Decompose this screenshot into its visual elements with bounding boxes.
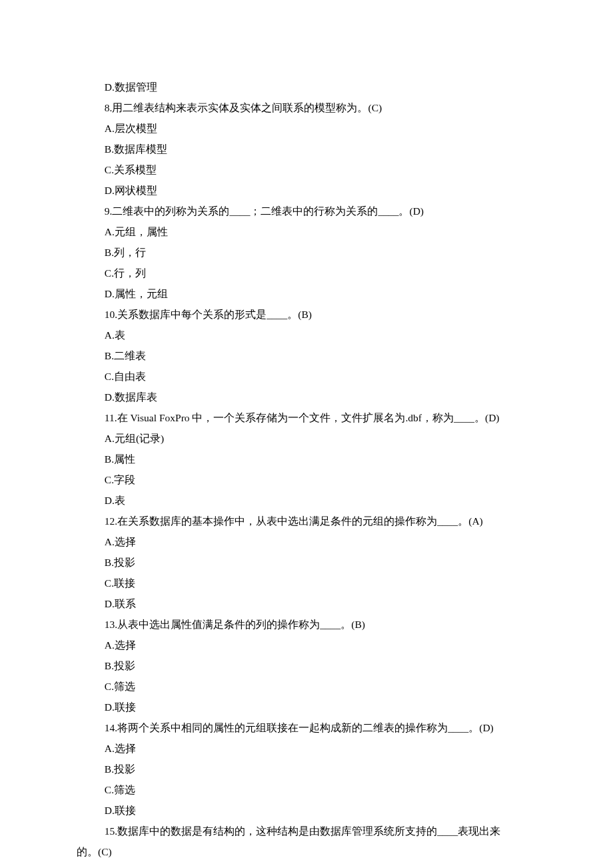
text-line: B.列，行 bbox=[77, 242, 536, 263]
text-line: C.联接 bbox=[77, 573, 536, 593]
text-line: D.数据管理 bbox=[77, 77, 536, 97]
text-line: A.表 bbox=[77, 325, 536, 345]
text-line: A.选择 bbox=[77, 738, 536, 759]
text-line: 11.在 Visual FoxPro 中，一个关系存储为一个文件，文件扩展名为.… bbox=[77, 407, 536, 428]
text-line: A.选择 bbox=[77, 635, 536, 655]
text-line: 9.二维表中的列称为关系的____；二维表中的行称为关系的____。(D) bbox=[77, 201, 536, 221]
text-line: 8.用二维表结构来表示实体及实体之间联系的模型称为。(C) bbox=[77, 97, 536, 118]
text-line: D.联接 bbox=[77, 800, 536, 821]
text-line: C.关系模型 bbox=[77, 159, 536, 180]
text-line: D.联接 bbox=[77, 697, 536, 717]
text-line: B.投影 bbox=[77, 655, 536, 676]
text-line: B.投影 bbox=[77, 552, 536, 573]
text-line: A.层次模型 bbox=[77, 118, 536, 139]
text-line: D.属性，元组 bbox=[77, 283, 536, 304]
text-line: B.数据库模型 bbox=[77, 139, 536, 159]
text-line: 13.从表中选出属性值满足条件的列的操作称为____。(B) bbox=[77, 614, 536, 635]
text-line: A.元组(记录) bbox=[77, 428, 536, 449]
text-line: 14.将两个关系中相同的属性的元组联接在一起构成新的二维表的操作称为____。(… bbox=[77, 717, 536, 738]
text-line: B.投影 bbox=[77, 759, 536, 779]
text-line: A.元组，属性 bbox=[77, 221, 536, 242]
text-line: B.属性 bbox=[77, 449, 536, 469]
text-line: B.二维表 bbox=[77, 345, 536, 366]
text-line: 的。(C) bbox=[77, 841, 536, 862]
text-line: C.自由表 bbox=[77, 366, 536, 387]
document-content: D.数据管理8.用二维表结构来表示实体及实体之间联系的模型称为。(C)A.层次模… bbox=[77, 77, 536, 862]
text-line: C.筛选 bbox=[77, 676, 536, 697]
text-line: 10.关系数据库中每个关系的形式是____。(B) bbox=[77, 304, 536, 325]
text-line: C.行，列 bbox=[77, 263, 536, 283]
text-line: D.表 bbox=[77, 490, 536, 511]
text-line: C.字段 bbox=[77, 469, 536, 490]
text-line: 12.在关系数据库的基本操作中，从表中选出满足条件的元组的操作称为____。(A… bbox=[77, 511, 536, 531]
text-line: D.数据库表 bbox=[77, 387, 536, 407]
text-line: 15.数据库中的数据是有结构的，这种结构是由数据库管理系统所支持的____表现出… bbox=[77, 821, 536, 841]
text-line: D.联系 bbox=[77, 593, 536, 614]
text-line: A.选择 bbox=[77, 531, 536, 552]
text-line: D.网状模型 bbox=[77, 180, 536, 201]
text-line: C.筛选 bbox=[77, 779, 536, 800]
